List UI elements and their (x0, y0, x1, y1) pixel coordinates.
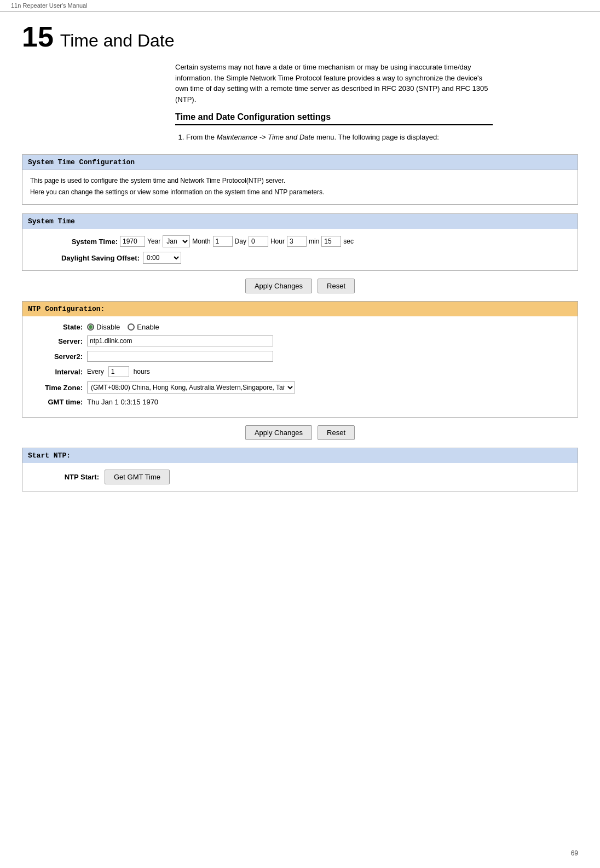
ntp-interval-input[interactable] (108, 366, 129, 377)
chapter-text: Time and Date (60, 31, 175, 51)
page-number: 69 (571, 849, 578, 857)
start-ntp-header: Start NTP: (22, 448, 578, 463)
system-time-button-row: Apply Changes Reset (22, 279, 578, 293)
ntp-enable-label: Enable (137, 323, 159, 331)
ntp-server-label: Server: (33, 337, 83, 345)
ntp-timezone-select[interactable]: (GMT+08:00) China, Hong Kong, Australia … (87, 381, 295, 394)
system-time-apply-button[interactable]: Apply Changes (245, 279, 312, 293)
ntp-apply-button[interactable]: Apply Changes (245, 425, 312, 440)
month-select[interactable]: JanFebMar AprMayJun JulAugSep OctNovDec (163, 235, 190, 247)
ntp-interval-prefix: Every (87, 368, 104, 375)
hour-input[interactable] (249, 236, 268, 247)
ntp-button-row: Apply Changes Reset (22, 425, 578, 440)
ntp-body: State: Disable Enable Server: (22, 316, 578, 417)
system-time-reset-button[interactable]: Reset (318, 279, 355, 293)
ntp-state-label: State: (33, 323, 83, 331)
ntp-state-radio-group: Disable Enable (87, 323, 159, 331)
system-time-config-box: System Time Configuration This page is u… (22, 154, 578, 205)
ntp-enable-radio-empty (128, 323, 135, 331)
month-unit: Month (192, 238, 210, 245)
ntp-interval-suffix: hours (134, 368, 150, 375)
ntp-disable-radio-filled (87, 323, 94, 331)
dst-select[interactable]: 0:00 0:30 1:00 (143, 252, 181, 264)
start-ntp-section: Start NTP: NTP Start: Get GMT Time (22, 448, 578, 491)
min-input[interactable] (287, 236, 307, 247)
intro-paragraph: Certain systems may not have a date or t… (175, 62, 493, 105)
section-heading: Time and Date Configuration settings (175, 112, 493, 125)
hour-unit: Hour (270, 238, 285, 245)
ntp-disable-option[interactable]: Disable (87, 323, 120, 331)
sec-input[interactable] (321, 236, 341, 247)
ntp-state-row: State: Disable Enable (33, 323, 567, 331)
config-desc-1: This page is used to configure the syste… (30, 176, 570, 186)
intro-section: Certain systems may not have a date or t… (175, 62, 493, 141)
ntp-server2-row: Server2: (33, 351, 567, 362)
ntp-gmt-value: Thu Jan 1 0:3:15 1970 (87, 398, 158, 406)
day-input[interactable] (213, 236, 233, 247)
step-1: From the Maintenance -> Time and Date me… (186, 133, 493, 141)
ntp-timezone-label: Time Zone: (33, 384, 83, 392)
ntp-timezone-row: Time Zone: (GMT+08:00) China, Hong Kong,… (33, 381, 567, 394)
ntp-section: NTP Configuration: State: Disable Enable (22, 301, 578, 418)
ntp-server2-label: Server2: (33, 352, 83, 361)
chapter-number: 15 (22, 22, 54, 51)
ntp-reset-button[interactable]: Reset (318, 425, 355, 440)
ntp-enable-option[interactable]: Enable (128, 323, 159, 331)
menu-ref: Maintenance -> Time and Date (217, 133, 315, 141)
ntp-server-input[interactable] (87, 335, 273, 346)
system-time-section: System Time System Time: Year JanFebMar … (22, 213, 578, 271)
system-time-label: System Time: (41, 238, 118, 246)
manual-title: 11n Repeater User's Manual (11, 2, 88, 9)
ntp-start-row: NTP Start: Get GMT Time (22, 463, 578, 491)
chapter-title: 15 Time and Date (22, 22, 578, 51)
dst-label: Daylight Saving Offset: (41, 254, 140, 262)
day-unit: Day (235, 238, 246, 245)
dst-row: Daylight Saving Offset: 0:00 0:30 1:00 (41, 252, 570, 264)
system-time-row: System Time: Year JanFebMar AprMayJun Ju… (41, 235, 570, 247)
sec-unit: sec (343, 238, 354, 245)
min-unit: min (309, 238, 319, 245)
get-gmt-time-button[interactable]: Get GMT Time (105, 470, 170, 484)
system-time-body: System Time: Year JanFebMar AprMayJun Ju… (22, 229, 578, 270)
system-time-config-header: System Time Configuration (22, 155, 578, 170)
year-unit: Year (147, 238, 160, 245)
system-time-config-body: This page is used to configure the syste… (22, 170, 578, 204)
ntp-disable-label: Disable (96, 323, 120, 331)
ntp-server2-input[interactable] (87, 351, 273, 362)
system-time-header: System Time (22, 214, 578, 229)
ntp-server-row: Server: (33, 335, 567, 346)
year-input[interactable] (120, 236, 145, 247)
ntp-config-header: NTP Configuration: (22, 302, 578, 316)
ntp-interval-label: Interval: (33, 368, 83, 376)
ntp-interval-row: Interval: Every hours (33, 366, 567, 377)
config-desc-2: Here you can change the settings or view… (30, 187, 570, 198)
ntp-start-label: NTP Start: (33, 473, 99, 481)
ntp-gmt-row: GMT time: Thu Jan 1 0:3:15 1970 (33, 398, 567, 406)
page-header: 11n Repeater User's Manual (0, 0, 600, 11)
ntp-gmt-label: GMT time: (33, 398, 83, 406)
